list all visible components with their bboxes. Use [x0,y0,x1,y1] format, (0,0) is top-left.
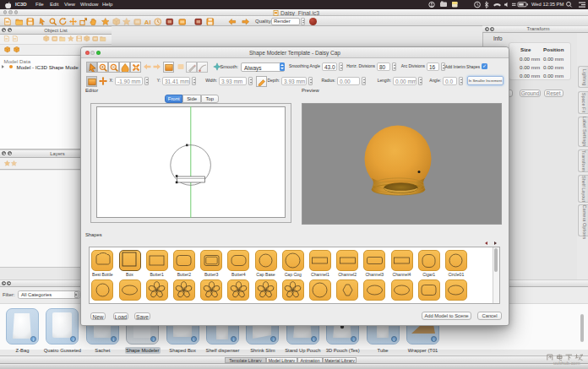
svg-text:Al: Al [144,18,150,25]
